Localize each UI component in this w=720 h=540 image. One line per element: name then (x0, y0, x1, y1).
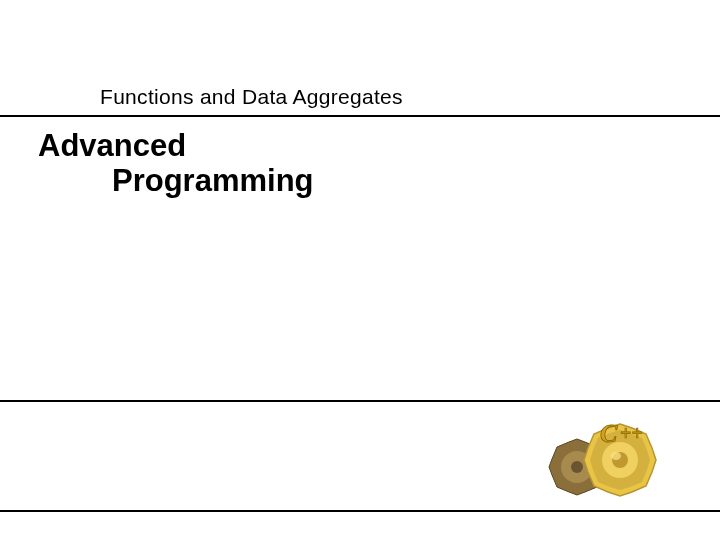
divider-top (0, 115, 720, 117)
svg-point-2 (571, 461, 583, 473)
svg-point-7 (611, 452, 621, 460)
divider-middle (0, 400, 720, 402)
course-title-line1: Advanced (38, 128, 186, 164)
cpp-gear-icon: C ++ (542, 412, 682, 507)
cpp-logo: C ++ (542, 412, 682, 507)
divider-bottom (0, 510, 720, 512)
logo-letter-c: C (600, 419, 618, 448)
course-title-line2: Programming (112, 163, 314, 199)
logo-plus-plus: ++ (620, 422, 643, 444)
chapter-subtitle: Functions and Data Aggregates (100, 85, 403, 109)
